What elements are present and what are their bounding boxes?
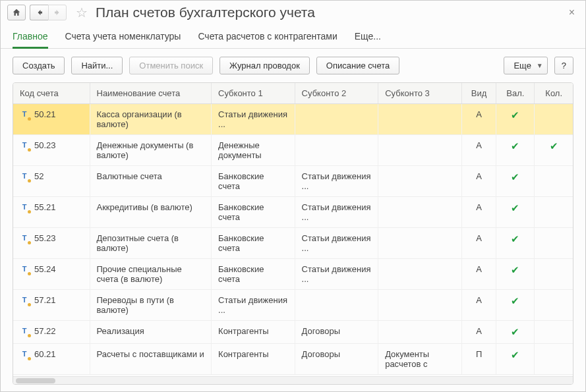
cell-code: T52 (13, 166, 90, 197)
cell-name: Касса организации (в валюте) (90, 104, 212, 135)
close-button[interactable]: × (565, 5, 579, 20)
code-value: 57.22 (34, 326, 56, 336)
cell-kind: А (461, 290, 496, 321)
code-value: 55.21 (34, 202, 56, 212)
accounts-grid: Код счета Наименование счета Субконто 1 … (13, 82, 573, 385)
cell-kind: П (461, 344, 496, 375)
cell-sub3 (378, 166, 462, 197)
code-value: 50.21 (34, 109, 56, 119)
horizontal-scrollbar[interactable] (13, 376, 573, 384)
cell-sub1: Контрагенты (212, 344, 295, 375)
cell-sub3 (378, 104, 462, 135)
cell-val: ✔ (496, 228, 535, 259)
code-value: 57.21 (34, 295, 56, 305)
cell-name: Депозитные счета (в валюте) (90, 228, 212, 259)
cell-name: Аккредитивы (в валюте) (90, 197, 212, 228)
scrollbar-thumb[interactable] (16, 378, 55, 383)
cell-name: Реализация (90, 321, 212, 344)
table-row[interactable]: T50.23Денежные документы (в валюте)Денеж… (13, 135, 573, 166)
cell-kol (535, 321, 573, 344)
table-row[interactable]: T57.21Переводы в пути (в валюте)Статьи д… (13, 290, 573, 321)
journal-button[interactable]: Журнал проводок (220, 57, 310, 74)
tab-more[interactable]: Еще... (355, 27, 381, 48)
col-header-kol[interactable]: Кол. (535, 83, 573, 104)
cell-val: ✔ (496, 290, 535, 321)
col-header-val[interactable]: Вал. (496, 83, 535, 104)
cancel-search-button[interactable]: Отменить поиск (129, 57, 213, 74)
account-type-icon: T (20, 109, 29, 119)
cell-sub1: Контрагенты (212, 321, 295, 344)
toolbar-right-group: Еще ▼ ? (504, 57, 573, 74)
table-row[interactable]: T55.24Прочие специальные счета (в валюте… (13, 259, 573, 290)
cell-sub1: Банковские счета (212, 228, 295, 259)
titlebar: ☆ План счетов бухгалтерского учета × (1, 1, 585, 23)
nav-history-group (30, 5, 67, 20)
cell-val: ✔ (496, 104, 535, 135)
cell-sub1: Статьи движения ... (212, 290, 295, 321)
create-button[interactable]: Создать (13, 57, 65, 74)
table-row[interactable]: T55.21Аккредитивы (в валюте)Банковские с… (13, 197, 573, 228)
home-button[interactable] (7, 5, 26, 20)
table-row[interactable]: T55.23Депозитные счета (в валюте)Банковс… (13, 228, 573, 259)
cell-kol (535, 259, 573, 290)
table-row[interactable]: T50.21Касса организации (в валюте)Статьи… (13, 104, 573, 135)
cell-sub2 (295, 135, 378, 166)
account-type-icon: T (20, 202, 29, 211)
cell-sub3 (378, 259, 462, 290)
account-description-button[interactable]: Описание счета (316, 57, 399, 74)
home-icon (12, 8, 21, 17)
cell-code: T55.23 (13, 228, 90, 259)
cell-code: T50.21 (13, 104, 90, 135)
cell-name: Расчеты с поставщиками и (90, 344, 212, 375)
code-value: 55.24 (34, 264, 56, 274)
tab-nomenclature-accounts[interactable]: Счета учета номенклатуры (65, 27, 181, 48)
cell-kol (535, 104, 573, 135)
cell-sub1: Банковские счета (212, 197, 295, 228)
find-button[interactable]: Найти... (71, 57, 123, 74)
cell-sub1: Банковские счета (212, 259, 295, 290)
code-value: 60.21 (34, 349, 56, 359)
cell-sub2: Статьи движения ... (295, 228, 378, 259)
cell-sub2: Договоры (295, 344, 378, 375)
cell-name: Прочие специальные счета (в валюте) (90, 259, 212, 290)
cell-val: ✔ (496, 197, 535, 228)
col-header-sub1[interactable]: Субконто 1 (212, 83, 295, 104)
col-header-sub3[interactable]: Субконто 3 (378, 83, 462, 104)
cell-val: ✔ (496, 135, 535, 166)
cell-code: T60.21 (13, 344, 90, 375)
account-type-icon: T (20, 349, 29, 358)
col-header-name[interactable]: Наименование счета (90, 83, 212, 104)
cell-sub3 (378, 135, 462, 166)
col-header-code[interactable]: Код счета (13, 83, 90, 104)
table-row[interactable]: T52Валютные счетаБанковские счетаСтатьи … (13, 166, 573, 197)
tab-contractor-accounts[interactable]: Счета расчетов с контрагентами (198, 27, 337, 48)
cell-sub3 (378, 290, 462, 321)
table-row[interactable]: T57.22РеализацияКонтрагентыДоговорыА✔ (13, 321, 573, 344)
cell-sub2 (295, 104, 378, 135)
cell-sub1: Статьи движения ... (212, 104, 295, 135)
cell-sub3 (378, 321, 462, 344)
table-row[interactable]: T60.21Расчеты с поставщиками иКонтрагент… (13, 344, 573, 375)
toolbar: Создать Найти... Отменить поиск Журнал п… (1, 49, 585, 82)
favorite-star-icon[interactable]: ☆ (74, 5, 89, 20)
forward-button[interactable] (48, 5, 67, 20)
chevron-down-icon: ▼ (537, 62, 543, 69)
cell-kind: А (461, 135, 496, 166)
account-type-icon: T (20, 233, 29, 242)
col-header-sub2[interactable]: Субконто 2 (295, 83, 378, 104)
cell-sub1: Банковские счета (212, 166, 295, 197)
col-header-kind[interactable]: Вид (461, 83, 496, 104)
account-type-icon: T (20, 140, 29, 150)
table-header-row: Код счета Наименование счета Субконто 1 … (13, 83, 573, 104)
more-button[interactable]: Еще ▼ (504, 57, 547, 74)
back-button[interactable] (30, 5, 48, 20)
app-window: ☆ План счетов бухгалтерского учета × Гла… (0, 0, 586, 392)
help-button[interactable]: ? (554, 57, 573, 74)
grid-body[interactable]: Код счета Наименование счета Субконто 1 … (13, 83, 573, 376)
tab-main[interactable]: Главное (13, 27, 48, 49)
cell-kind: А (461, 166, 496, 197)
cell-sub3 (378, 197, 462, 228)
cell-kol (535, 197, 573, 228)
cell-sub3 (378, 228, 462, 259)
account-type-icon: T (20, 264, 29, 273)
